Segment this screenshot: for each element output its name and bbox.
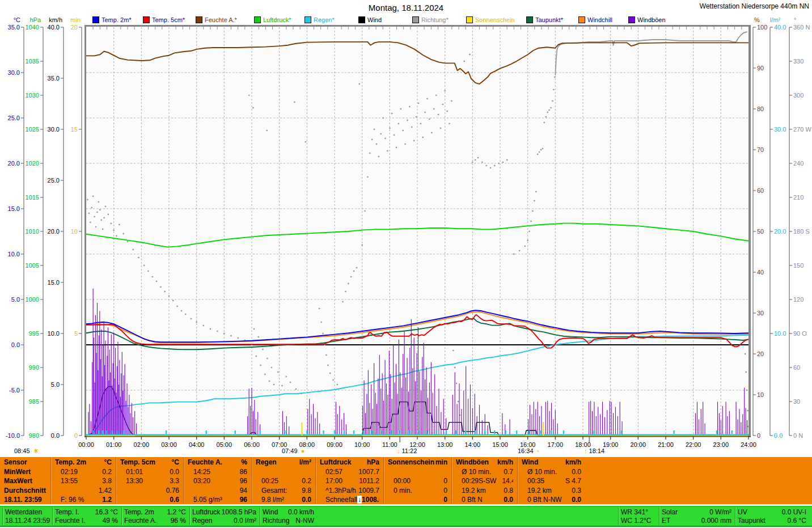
svg-text:%: %	[754, 16, 760, 23]
svg-text:15.0: 15.0	[8, 205, 20, 212]
svg-text:20.0: 20.0	[48, 228, 60, 235]
svg-text:120: 120	[793, 296, 803, 303]
svg-text:10.0: 10.0	[8, 251, 20, 257]
svg-text:40: 40	[757, 269, 764, 276]
svg-text:1000: 1000	[26, 296, 39, 303]
sun-icon: ☀	[33, 447, 39, 454]
svg-text:80: 80	[757, 105, 764, 112]
svg-text:15: 15	[71, 126, 78, 133]
svg-text:360 N: 360 N	[793, 24, 810, 31]
svg-text:1035: 1035	[26, 58, 39, 65]
svg-text:-10.0: -10.0	[6, 432, 20, 439]
status-block-luftdruck: Luftdruck1008.5 hPaRegen0.0 l/m²	[189, 508, 259, 525]
svg-text:10.0: 10.0	[48, 330, 60, 337]
svg-text:150: 150	[793, 262, 803, 269]
svg-text:35.0: 35.0	[48, 75, 60, 82]
svg-text:20.0: 20.0	[774, 228, 786, 235]
svg-text:km/h: km/h	[49, 16, 62, 23]
svg-text:0.0: 0.0	[774, 432, 783, 439]
svg-text:180 S: 180 S	[793, 228, 810, 235]
svg-text:hPa: hPa	[29, 16, 41, 23]
svg-text:5.0: 5.0	[11, 296, 20, 303]
svg-text:985: 985	[29, 398, 39, 405]
svg-text:20.0: 20.0	[8, 160, 20, 167]
svg-text:10.0: 10.0	[774, 330, 786, 337]
time-mark-07-49: 07:49 ●	[282, 447, 304, 454]
svg-text:30.0: 30.0	[48, 126, 60, 133]
svg-text:30.0: 30.0	[774, 126, 786, 133]
svg-text:°: °	[794, 16, 796, 23]
stats-col-windb-en: Windböenkm/hØ 10 min.0.700:29S-SW14.419.…	[451, 457, 517, 504]
time-mark-18-14: ↑ 18:14	[584, 447, 604, 454]
sun-dot-icon: ●	[301, 447, 305, 454]
arrow-up-icon: ↑	[584, 447, 587, 454]
svg-text:-5.0: -5.0	[9, 387, 20, 394]
svg-text:1030: 1030	[26, 92, 39, 99]
svg-text:50: 50	[757, 228, 764, 235]
stats-col-luftdruck: LuftdruckhPa02:571007.717:001011.2^1.3hP…	[315, 457, 383, 504]
status-block-wetterdaten: Wetterdaten18.11.24 23:59	[2, 508, 51, 525]
svg-text:30.0: 30.0	[8, 69, 20, 76]
svg-text:40.0: 40.0	[774, 24, 786, 31]
svg-text:10: 10	[757, 391, 764, 398]
svg-text:90: 90	[757, 65, 764, 71]
svg-text:1040: 1040	[26, 24, 39, 31]
svg-text:90 O: 90 O	[793, 330, 807, 337]
weather-app-window: { "header": { "title": "Montag, 18.11.20…	[0, 0, 812, 528]
svg-text:5: 5	[74, 330, 78, 337]
svg-text:5.0: 5.0	[51, 381, 60, 388]
svg-text:30: 30	[793, 398, 800, 405]
svg-text:210: 210	[793, 194, 803, 201]
svg-text:0 N: 0 N	[793, 432, 803, 439]
time-mark-11-22: ↓ 11:22	[397, 447, 417, 454]
svg-text:70: 70	[757, 146, 764, 153]
status-block-wind: Wind0.0 km/hRichtungN-NW	[260, 508, 316, 525]
svg-text:0: 0	[74, 432, 78, 439]
svg-text:60: 60	[757, 187, 764, 194]
svg-text:270 W: 270 W	[793, 126, 811, 133]
svg-text:995: 995	[29, 330, 39, 337]
svg-text:30: 30	[757, 310, 764, 316]
status-block-uv: UV0.0 UV-ITaupunkt0.6 °C	[735, 508, 809, 525]
svg-text:1015: 1015	[26, 194, 39, 201]
svg-text:1010: 1010	[26, 228, 39, 235]
svg-text:20: 20	[757, 350, 764, 357]
svg-text:60: 60	[793, 364, 800, 371]
svg-text:0.0: 0.0	[11, 341, 20, 348]
svg-text:l/m²: l/m²	[770, 16, 781, 23]
svg-text:240: 240	[793, 160, 803, 167]
weather-chart: 35.030.025.020.015.010.05.00.0-5.0-10.0°…	[0, 0, 812, 458]
svg-text:1025: 1025	[26, 126, 39, 133]
sun-moon-times: 08:45 ☀07:49 ●↓ 11:2216:34 ▫↑ 18:14	[0, 447, 812, 457]
stats-col-temp-5cm: Temp. 5cm°C01:010.013:303.30.760.6	[116, 457, 183, 504]
svg-text:0.0: 0.0	[51, 432, 60, 439]
svg-text:330: 330	[793, 58, 803, 65]
status-bar: ✦✦ Wetterdaten18.11.24 23:59Temp. I.16.3…	[0, 506, 812, 527]
svg-text:25.0: 25.0	[8, 115, 20, 121]
svg-text:1005: 1005	[26, 262, 39, 269]
svg-text:25.0: 25.0	[48, 177, 60, 184]
stats-row-labels: SensorMinWertMaxWertDurchschnitt18.11. 2…	[0, 457, 50, 504]
svg-text:15.0: 15.0	[48, 279, 60, 286]
svg-text:°C: °C	[14, 16, 20, 23]
stats-col-feuchte-a: Feuchte A.%14:258603:2096945.05 g/m³96	[183, 457, 251, 504]
square-icon: ▫	[537, 447, 539, 454]
svg-text:min: min	[70, 16, 81, 23]
stats-col-wind: Windkm/hØ 10 min.0.000:35S 4.719.2 km0.3…	[517, 457, 585, 504]
status-block-temp-2m: Temp. 2m1.2 °CFeuchte A.96 %	[121, 508, 188, 525]
svg-text:0: 0	[757, 432, 760, 439]
svg-text:990: 990	[29, 364, 39, 371]
svg-text:300: 300	[793, 92, 803, 99]
status-block-temp-i: Temp. I.16.3 °CFeuchte I.49 %	[52, 508, 120, 525]
svg-text:40.0: 40.0	[48, 24, 60, 31]
svg-text:10: 10	[71, 228, 78, 235]
svg-text:1020: 1020	[26, 160, 39, 167]
status-block-solar: Solar0 W/m²ET0.000 mm	[659, 508, 734, 525]
stats-table: SensorMinWertMaxWertDurchschnitt18.11. 2…	[0, 457, 812, 504]
arrow-down-icon: ↓	[397, 447, 400, 454]
stats-col-temp-2m: Temp. 2m°C02:190.213:553.81.42F: 96 %1.2	[50, 457, 116, 504]
svg-text:35.0: 35.0	[8, 24, 20, 31]
svg-text:20: 20	[71, 24, 78, 31]
stats-col-sonnenschein: Sonnenscheinmin00:0000 min.00	[383, 457, 451, 504]
status-block-wr-341: WR 341°WC 1.2°C	[618, 508, 658, 525]
